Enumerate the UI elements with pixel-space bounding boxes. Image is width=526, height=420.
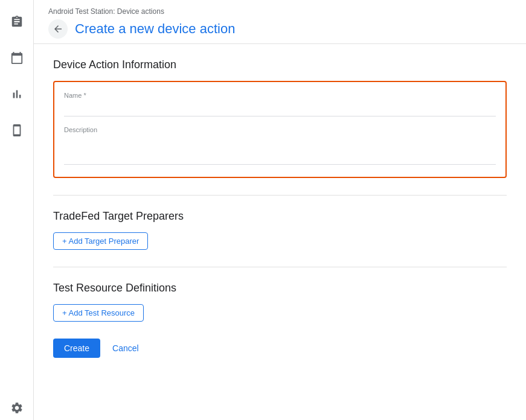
name-input[interactable] xyxy=(64,101,496,116)
calendar-icon[interactable] xyxy=(5,46,29,70)
clipboard-icon[interactable] xyxy=(5,10,29,34)
device-action-section-title: Device Action Information xyxy=(53,59,507,71)
tradefed-section: TradeFed Target Preparers + Add Target P… xyxy=(53,210,507,250)
create-button[interactable]: Create xyxy=(53,339,100,358)
phone-icon[interactable] xyxy=(5,118,29,142)
page-header: Android Test Station: Device actions Cre… xyxy=(34,0,526,44)
add-test-resource-button[interactable]: + Add Test Resource xyxy=(53,304,144,322)
name-label: Name * xyxy=(64,92,496,99)
device-action-form: Name * Description xyxy=(53,81,507,178)
name-field-group: Name * xyxy=(64,92,496,116)
main-content: Android Test Station: Device actions Cre… xyxy=(34,0,526,420)
form-action-row: Create Cancel xyxy=(53,339,507,358)
device-action-section: Device Action Information Name * Descrip… xyxy=(53,59,507,178)
test-resource-section: Test Resource Definitions + Add Test Res… xyxy=(53,282,507,322)
description-field-group: Description xyxy=(64,126,496,167)
chart-icon[interactable] xyxy=(5,82,29,106)
description-input[interactable] xyxy=(64,136,496,165)
description-label: Description xyxy=(64,126,496,133)
divider-1 xyxy=(53,195,507,196)
page-title: Create a new device action xyxy=(75,21,235,37)
content-area: Device Action Information Name * Descrip… xyxy=(34,44,526,420)
add-target-preparer-button[interactable]: + Add Target Preparer xyxy=(53,232,148,250)
settings-icon[interactable] xyxy=(5,396,29,420)
back-button[interactable] xyxy=(48,19,68,39)
tradefed-section-title: TradeFed Target Preparers xyxy=(53,210,507,223)
divider-2 xyxy=(53,267,507,267)
test-resource-section-title: Test Resource Definitions xyxy=(53,282,507,294)
breadcrumb: Android Test Station: Device actions xyxy=(48,7,512,16)
cancel-button[interactable]: Cancel xyxy=(105,339,146,358)
sidebar xyxy=(0,0,34,420)
